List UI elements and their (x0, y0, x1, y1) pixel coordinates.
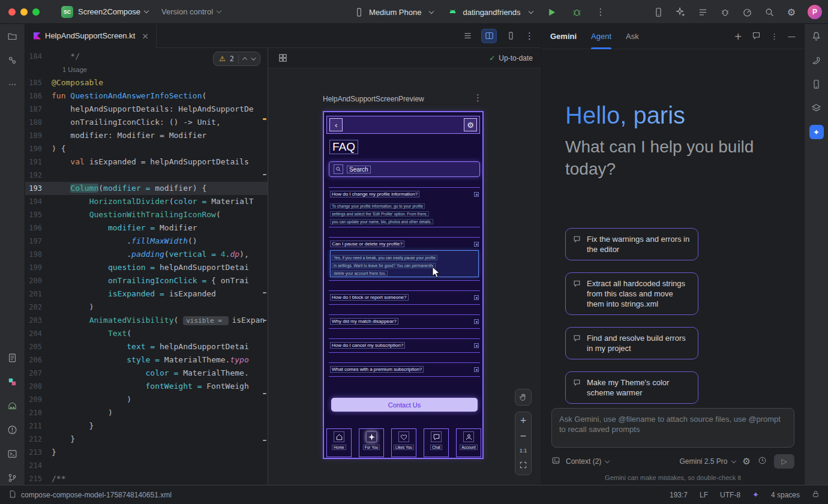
settings-gear-icon[interactable]: ⚙ (785, 6, 797, 18)
usage-hint[interactable]: 1 Usage (52, 66, 87, 73)
faq-item[interactable]: Why did my match disappear? (329, 314, 480, 329)
inspection-widget[interactable]: ⚠ 2 (213, 52, 260, 66)
stripe-mark[interactable] (263, 393, 266, 394)
expand-toggle-icon[interactable] (474, 295, 479, 300)
faq-item[interactable]: Can I pause or delete my profile?Yes, if… (329, 237, 480, 281)
run-more-options-button[interactable]: ⋮ (596, 7, 605, 17)
panel-options-icon[interactable]: ⋮ (770, 32, 778, 41)
vcs-menu[interactable]: Version control (161, 7, 221, 16)
expand-toggle-icon[interactable] (474, 367, 479, 372)
expand-toggle-icon[interactable] (474, 343, 479, 348)
profiler-icon[interactable] (741, 6, 753, 18)
code-line[interactable]: 198 .padding(vertical = 4.dp), (25, 248, 268, 261)
code-editor[interactable]: 184 */1 Usage185@Composable186fun Questi… (25, 48, 268, 485)
caret-position[interactable]: 193:7 (670, 491, 688, 499)
run-button[interactable] (546, 6, 558, 18)
model-selector[interactable]: Gemini 2.5 Pro (680, 457, 736, 466)
bug-report-icon[interactable] (719, 6, 731, 18)
code-line[interactable]: 211 } (25, 419, 268, 433)
stripe-mark[interactable] (263, 320, 266, 321)
code-line[interactable]: 187 helpAndSupportDetails: HelpAndSuppor… (25, 103, 268, 116)
tab-agent[interactable]: Agent (591, 24, 611, 49)
preview-menu-icon[interactable]: ⋮ (473, 92, 482, 103)
status-file-name[interactable]: compose-compose-model-1758748140651.xml (21, 491, 172, 499)
faq-item[interactable]: How do I block or report someone? (329, 290, 480, 305)
layers-icon[interactable] (809, 101, 824, 115)
suggestion-card[interactable]: Extract all hardcoded strings from this … (565, 272, 698, 315)
code-line[interactable]: 208 fontWeight = FontWeigh (25, 380, 268, 393)
attach-context-icon[interactable] (551, 456, 560, 467)
code-line[interactable]: 202 ) (25, 301, 268, 314)
device-mirror-icon[interactable] (652, 6, 664, 18)
code-line[interactable]: 196 modifier = Modifier (25, 221, 268, 235)
grid-view-icon[interactable] (277, 52, 289, 64)
suggestion-card[interactable]: Make my Theme's color scheme warmer (565, 371, 698, 404)
device-selector[interactable]: Medium Phone (353, 6, 433, 18)
indent-setting[interactable]: 4 spaces (771, 491, 800, 499)
nav-item-chat[interactable]: Chat (424, 428, 449, 457)
expand-toggle-icon[interactable] (474, 242, 479, 247)
maximize-window-button[interactable] (32, 8, 40, 16)
stripe-mark[interactable] (263, 174, 266, 175)
zoom-out-button[interactable]: − (520, 431, 527, 440)
code-line[interactable]: 199 question = helpAndSupportDetai (25, 261, 268, 274)
expand-toggle-icon[interactable] (474, 319, 479, 324)
lock-icon[interactable] (812, 490, 820, 500)
nav-item-likes-you[interactable]: Likes You (391, 428, 416, 457)
previous-warning-icon[interactable] (242, 57, 247, 62)
commit-graph-icon[interactable] (5, 53, 20, 67)
code-line[interactable]: 185@Composable (25, 76, 268, 89)
gemini-settings-icon[interactable]: ⚙ (743, 456, 751, 467)
debug-button[interactable] (571, 6, 583, 18)
build-icon[interactable] (5, 398, 20, 413)
nav-item-for-you[interactable]: For You (359, 428, 384, 457)
code-line[interactable]: 186fun QuestionAndAnswerInfoSection( (25, 89, 268, 103)
zoom-level[interactable]: 1:1 (520, 448, 527, 454)
settings-button[interactable]: ⚙ (464, 118, 477, 131)
send-button[interactable]: ▷ (774, 454, 794, 469)
code-line[interactable]: 190) { (25, 142, 268, 155)
code-view-button[interactable] (460, 29, 475, 43)
gemini-icon[interactable]: ✦ (809, 125, 824, 139)
faq-item[interactable]: How do I change my profile information?T… (329, 187, 480, 227)
search-icon[interactable] (763, 6, 775, 18)
code-line[interactable]: 201 isExpanded = isExpanded (25, 287, 268, 301)
editor-more-button[interactable]: ⋮ (525, 31, 534, 41)
terminal-icon[interactable] (5, 446, 20, 461)
code-line[interactable]: 212 } (25, 433, 268, 446)
ai-actions-icon[interactable] (674, 6, 686, 18)
code-line[interactable]: 206 style = MaterialTheme.typo (25, 353, 268, 367)
logcat-icon[interactable] (5, 350, 20, 365)
device-manager-icon[interactable] (809, 77, 824, 91)
code-line[interactable]: 205 text = helpAndSupportDetai (25, 340, 268, 353)
code-line[interactable]: 194 HorizontalDivider(color = MaterialT (25, 195, 268, 208)
code-line[interactable]: 209 ) (25, 393, 268, 406)
close-tab-icon[interactable]: × (142, 31, 149, 41)
user-avatar[interactable]: P (808, 5, 822, 19)
design-view-button[interactable] (503, 29, 518, 43)
code-line[interactable]: 197 .fillMaxWidth() (25, 235, 268, 248)
stripe-mark[interactable] (263, 292, 266, 293)
search-bar[interactable]: Search (329, 161, 480, 177)
expand-toggle-icon[interactable] (474, 192, 479, 197)
app-quality-insights-icon[interactable] (5, 374, 20, 389)
warning-stripe-mark[interactable] (263, 118, 266, 120)
code-line[interactable]: 214 (25, 459, 268, 472)
close-window-button[interactable] (8, 8, 16, 16)
suggestion-card[interactable]: Find and resolve build errors in my proj… (565, 327, 698, 359)
code-line[interactable]: 188 onTrailingIconClick: () -> Unit, (25, 116, 268, 129)
todo-list-icon[interactable] (697, 6, 709, 18)
nav-item-home[interactable]: Home (326, 428, 352, 457)
gradle-icon[interactable] (809, 53, 824, 67)
contact-us-button[interactable]: Contact Us (331, 398, 478, 412)
faq-item[interactable]: How do I cancel my subscription? (329, 338, 480, 353)
new-chat-icon[interactable]: + (734, 31, 742, 42)
version-control-icon[interactable] (5, 470, 20, 485)
problems-icon[interactable] (5, 422, 20, 437)
gemini-prompt-input[interactable] (559, 414, 787, 442)
phone-preview[interactable]: ‹ ⚙ FAQ Search How do I change my profil… (323, 111, 484, 459)
split-view-button[interactable] (482, 29, 496, 43)
code-line[interactable]: 204 Text( (25, 327, 268, 340)
code-line[interactable]: 193 Column(modifier = modifier) { (25, 182, 268, 195)
prompt-history-icon[interactable] (758, 456, 767, 467)
